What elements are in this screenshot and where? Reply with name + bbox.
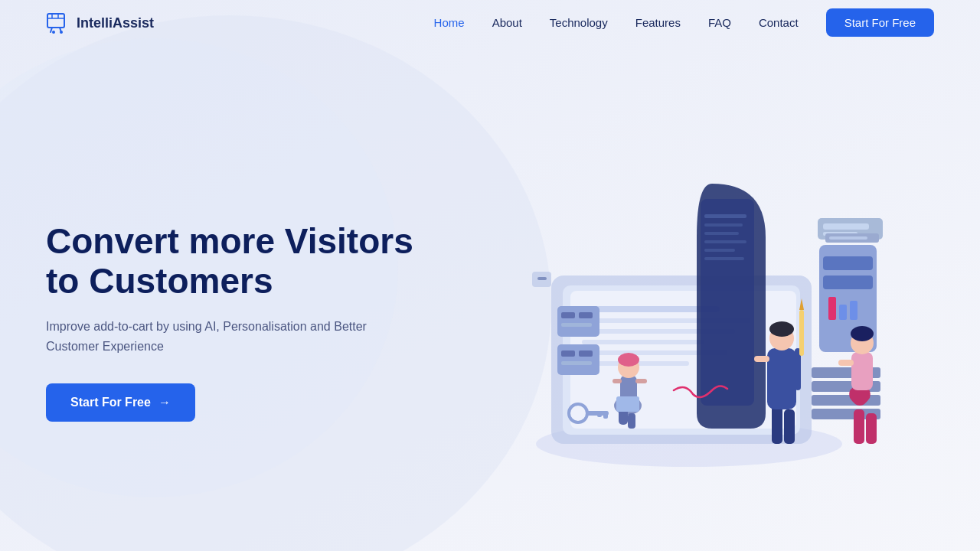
svg-rect-69 xyxy=(838,360,854,366)
illustration-svg xyxy=(475,115,903,497)
nav-item-contact[interactable]: Contact xyxy=(759,16,799,29)
svg-rect-47 xyxy=(597,411,602,417)
svg-rect-75 xyxy=(829,236,867,240)
svg-rect-16 xyxy=(701,199,754,406)
logo[interactable]: IntelliAssist xyxy=(46,11,154,35)
hero-text-block: Convert more Visitors to Customers Impro… xyxy=(46,221,444,422)
svg-rect-57 xyxy=(772,406,782,444)
logo-label: IntelliAssist xyxy=(77,15,154,31)
arrow-icon: → xyxy=(158,396,171,409)
svg-rect-21 xyxy=(704,249,735,252)
nav-item-about[interactable]: About xyxy=(492,16,522,29)
hero-cta-button[interactable]: Start For Free → xyxy=(46,383,195,422)
svg-rect-26 xyxy=(828,297,836,320)
svg-rect-60 xyxy=(754,356,769,362)
nav-item-faq[interactable]: FAQ xyxy=(708,16,731,29)
svg-rect-43 xyxy=(561,361,592,365)
svg-rect-27 xyxy=(839,305,847,320)
svg-rect-67 xyxy=(866,413,877,444)
hero-section: Convert more Visitors to Customers Impro… xyxy=(0,46,980,551)
svg-point-71 xyxy=(851,326,874,341)
svg-point-65 xyxy=(769,321,794,337)
svg-rect-25 xyxy=(823,276,873,289)
svg-point-55 xyxy=(618,353,639,367)
svg-rect-53 xyxy=(635,379,647,383)
hero-heading: Convert more Visitors to Customers xyxy=(46,221,444,302)
svg-rect-30 xyxy=(823,223,869,230)
svg-rect-39 xyxy=(561,323,592,327)
svg-rect-58 xyxy=(784,409,795,444)
svg-rect-36 xyxy=(557,306,599,337)
svg-rect-18 xyxy=(704,223,743,227)
hero-illustration xyxy=(444,115,934,497)
svg-rect-40 xyxy=(557,344,599,375)
svg-rect-59 xyxy=(767,348,796,409)
svg-rect-37 xyxy=(561,312,575,318)
svg-point-5 xyxy=(60,31,63,34)
svg-rect-41 xyxy=(561,350,575,357)
svg-rect-56 xyxy=(616,396,639,412)
svg-rect-42 xyxy=(579,350,593,357)
svg-rect-13 xyxy=(582,340,704,344)
svg-rect-19 xyxy=(704,232,739,235)
nav-item-technology[interactable]: Technology xyxy=(550,16,608,29)
nav-item-features[interactable]: Features xyxy=(635,16,681,29)
svg-rect-22 xyxy=(704,257,744,260)
nav-links: Home About Technology Features FAQ Conta… xyxy=(434,16,934,30)
nav-cta-button[interactable]: Start For Free xyxy=(826,8,934,37)
svg-rect-73 xyxy=(537,277,547,280)
svg-rect-66 xyxy=(854,409,864,444)
svg-point-4 xyxy=(52,31,55,34)
svg-rect-38 xyxy=(579,312,593,318)
svg-rect-20 xyxy=(704,240,746,243)
svg-rect-28 xyxy=(850,301,858,320)
svg-rect-62 xyxy=(799,310,804,356)
svg-rect-46 xyxy=(603,411,608,419)
nav-item-home[interactable]: Home xyxy=(434,16,465,29)
svg-rect-34 xyxy=(812,395,880,406)
svg-rect-24 xyxy=(823,256,873,270)
hero-subtext: Improve add-to-cart by using AI, Persona… xyxy=(46,317,368,356)
svg-rect-68 xyxy=(851,352,873,390)
svg-rect-17 xyxy=(704,214,746,218)
logo-icon xyxy=(46,11,70,35)
svg-rect-50 xyxy=(628,413,635,429)
hero-cta-label: Start For Free xyxy=(70,396,151,409)
svg-rect-3 xyxy=(47,14,64,28)
navbar: IntelliAssist Home About Technology Feat… xyxy=(0,0,980,46)
svg-rect-52 xyxy=(612,379,622,383)
